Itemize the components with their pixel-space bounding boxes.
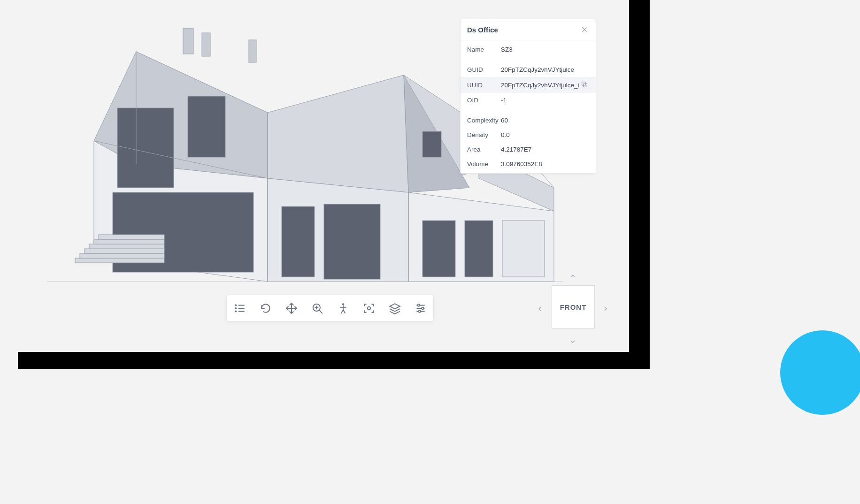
close-icon[interactable] bbox=[580, 25, 589, 34]
property-label: Volume bbox=[467, 160, 501, 168]
property-label: GUID bbox=[467, 66, 501, 73]
svg-rect-13 bbox=[324, 204, 380, 279]
svg-point-38 bbox=[235, 307, 236, 308]
panel-body: NameSZ3GUID20FpTZCqJy2vhVJYtjulceUUID20F… bbox=[461, 40, 596, 173]
orbit-icon[interactable] bbox=[253, 295, 278, 321]
property-label: Area bbox=[467, 146, 501, 153]
svg-rect-22 bbox=[84, 249, 164, 253]
svg-rect-12 bbox=[282, 206, 315, 277]
property-label: Name bbox=[467, 46, 501, 53]
svg-rect-21 bbox=[80, 253, 164, 258]
svg-point-59 bbox=[417, 304, 419, 306]
svg-rect-6 bbox=[249, 40, 256, 62]
svg-rect-20 bbox=[75, 258, 164, 263]
sliders-icon[interactable] bbox=[407, 295, 433, 321]
svg-line-30 bbox=[404, 75, 408, 192]
property-value: 20FpTZCqJy2vhVJYtjulce_i bbox=[501, 82, 581, 89]
svg-point-49 bbox=[342, 303, 344, 305]
toolbar bbox=[226, 295, 434, 321]
decor-circle bbox=[780, 330, 860, 415]
svg-point-37 bbox=[235, 305, 236, 305]
svg-rect-19 bbox=[502, 221, 545, 277]
property-value: 0.0 bbox=[501, 131, 589, 138]
svg-marker-11 bbox=[268, 178, 408, 282]
svg-rect-5 bbox=[202, 33, 210, 56]
svg-marker-16 bbox=[408, 192, 554, 282]
svg-rect-15 bbox=[422, 131, 441, 157]
svg-rect-9 bbox=[188, 96, 225, 157]
svg-point-60 bbox=[422, 307, 423, 309]
property-value: 4.21787E7 bbox=[501, 146, 589, 153]
svg-line-31 bbox=[94, 141, 268, 178]
property-label: OID bbox=[467, 97, 501, 104]
property-row: UUID20FpTZCqJy2vhVJYtjulce_i bbox=[461, 77, 596, 93]
svg-point-54 bbox=[367, 306, 370, 310]
property-row: Volume3.09760352E8 bbox=[461, 157, 596, 171]
svg-rect-8 bbox=[117, 108, 174, 188]
chevron-down-icon[interactable] bbox=[568, 337, 577, 346]
chevron-left-icon[interactable] bbox=[535, 304, 545, 313]
svg-rect-23 bbox=[89, 244, 164, 249]
property-row: Complexity60 bbox=[461, 113, 596, 128]
cube-face-front[interactable]: FRONT bbox=[552, 285, 595, 328]
property-row: Density0.0 bbox=[461, 128, 596, 142]
property-row: OID-1 bbox=[461, 93, 596, 107]
property-value: 60 bbox=[501, 117, 589, 124]
zoom-icon[interactable] bbox=[304, 295, 330, 321]
pan-icon[interactable] bbox=[278, 295, 304, 321]
svg-rect-17 bbox=[422, 221, 455, 277]
property-row: Area4.21787E7 bbox=[461, 142, 596, 157]
list-icon[interactable] bbox=[227, 295, 253, 321]
svg-point-39 bbox=[235, 311, 236, 312]
focus-icon[interactable] bbox=[356, 295, 382, 321]
property-label: Density bbox=[467, 131, 501, 138]
svg-rect-24 bbox=[94, 239, 164, 244]
chevron-right-icon[interactable] bbox=[601, 304, 610, 313]
layers-icon[interactable] bbox=[382, 295, 407, 321]
svg-point-61 bbox=[418, 310, 420, 312]
properties-panel: Ds Office NameSZ3GUID20FpTZCqJy2vhVJYtju… bbox=[460, 19, 596, 174]
property-label: UUID bbox=[467, 82, 501, 89]
svg-rect-4 bbox=[183, 28, 193, 54]
property-value: -1 bbox=[501, 97, 589, 104]
svg-line-52 bbox=[343, 310, 345, 313]
property-row: GUID20FpTZCqJy2vhVJYtjulce bbox=[461, 62, 596, 77]
svg-rect-10 bbox=[113, 192, 253, 272]
svg-line-46 bbox=[319, 310, 322, 313]
svg-marker-55 bbox=[390, 304, 400, 309]
svg-rect-18 bbox=[465, 221, 493, 277]
property-row: NameSZ3 bbox=[461, 42, 596, 57]
property-value: 3.09760352E8 bbox=[501, 160, 589, 168]
copy-icon[interactable] bbox=[581, 81, 589, 89]
chevron-up-icon[interactable] bbox=[568, 271, 577, 281]
svg-rect-25 bbox=[99, 235, 164, 239]
svg-line-51 bbox=[341, 310, 343, 313]
person-icon[interactable] bbox=[330, 295, 356, 321]
svg-marker-1 bbox=[94, 52, 268, 178]
svg-marker-7 bbox=[94, 141, 268, 282]
property-label: Complexity bbox=[467, 117, 501, 124]
property-value: SZ3 bbox=[501, 46, 589, 53]
svg-marker-0 bbox=[136, 52, 268, 178]
svg-marker-14 bbox=[404, 75, 469, 192]
property-value: 20FpTZCqJy2vhVJYtjulce bbox=[501, 66, 589, 73]
view-cube: FRONT bbox=[535, 271, 610, 346]
panel-title: Ds Office bbox=[467, 26, 498, 34]
